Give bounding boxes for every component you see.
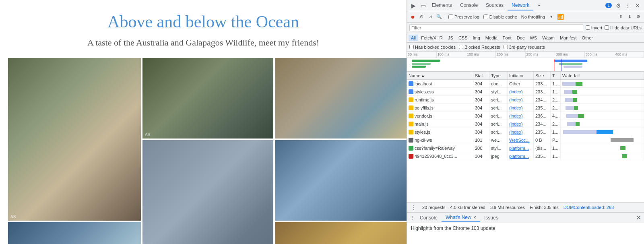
request-icon: [409, 122, 413, 126]
col-header-type[interactable]: Type: [489, 72, 508, 79]
wf-receiving: [572, 90, 577, 94]
type-filter-js[interactable]: JS: [446, 35, 456, 41]
table-row[interactable]: ng-cli-ws 101 we... WebSoc... 0 B P...: [407, 136, 644, 144]
tab-console[interactable]: Console: [456, 1, 482, 10]
third-party-requests-checkbox[interactable]: [504, 45, 508, 49]
tab-console-bottom[interactable]: Console: [416, 214, 442, 222]
blocked-requests-label[interactable]: Blocked Requests: [459, 45, 500, 50]
has-blocked-cookies-label[interactable]: Has blocked cookies: [409, 45, 456, 50]
cell-size: 235...: [534, 152, 551, 160]
type-filter-img[interactable]: Img: [471, 35, 483, 41]
export-icon[interactable]: ⬇: [625, 13, 634, 21]
type-filter-media[interactable]: Media: [483, 35, 500, 41]
hide-data-urls-checkbox[interactable]: [605, 25, 609, 30]
cell-size: 234...: [534, 120, 551, 128]
wf-waiting: [567, 122, 576, 126]
tick-300ms: 300 ms: [555, 52, 585, 58]
close-devtools-icon[interactable]: ✕: [633, 1, 642, 10]
device-toolbar-icon[interactable]: ▭: [418, 1, 428, 10]
whats-new-close-icon[interactable]: ×: [473, 215, 476, 220]
type-filter-ws[interactable]: WS: [527, 35, 539, 41]
photo-sunset: [275, 222, 407, 244]
tick-250ms: 250 ms: [526, 52, 555, 58]
cell-type: scri...: [489, 128, 508, 136]
tick-150ms: 150 ms: [466, 52, 496, 58]
table-row[interactable]: vendor.js 304 scri... (index) 236... 4..…: [407, 112, 644, 120]
import-icon[interactable]: ⬆: [617, 13, 625, 21]
search-icon[interactable]: 🔍: [435, 13, 443, 21]
filter-input[interactable]: [409, 24, 583, 31]
tab-whats-new[interactable]: What's New ×: [442, 213, 480, 222]
tab-more[interactable]: »: [533, 1, 544, 10]
table-row[interactable]: 49412593648_8cc3... 304 jpeg platform...…: [407, 152, 644, 160]
wifi-icon[interactable]: 📶: [556, 13, 564, 21]
col-header-status[interactable]: Stat.: [473, 72, 489, 79]
record-button[interactable]: ⏺: [409, 13, 417, 21]
preserve-log-checkbox[interactable]: [448, 14, 453, 19]
invert-filter-label[interactable]: Invert: [586, 25, 603, 30]
has-blocked-cookies-checkbox[interactable]: [409, 45, 414, 49]
table-row[interactable]: localhost 304 doc... Other 233... 1...: [407, 80, 644, 88]
status-dot[interactable]: ⋮: [410, 204, 417, 211]
cell-size: (dis...: [534, 144, 551, 152]
resources-size: 3.9 MB resources: [490, 205, 525, 210]
table-row[interactable]: runtime.js 304 scri... (index) 234... 2.…: [407, 96, 644, 104]
tl-bar-3: [412, 66, 426, 68]
table-row[interactable]: polyfills.js 304 scri... (index) 235... …: [407, 104, 644, 112]
third-party-requests-label[interactable]: 3rd-party requests: [504, 45, 545, 50]
cell-type: jpeg: [489, 152, 508, 160]
table-row[interactable]: styles.js 304 scri... (index) 235... 1..…: [407, 128, 644, 136]
disable-cache-checkbox[interactable]: [483, 14, 488, 19]
tab-elements[interactable]: Elements: [428, 1, 456, 10]
tl-blue-line: [561, 59, 561, 71]
cell-name: runtime.js: [407, 96, 473, 103]
stop-recording-icon[interactable]: ⊘: [417, 13, 425, 21]
invert-checkbox[interactable]: [586, 25, 590, 30]
throttling-dropdown-icon[interactable]: ▾: [547, 13, 555, 21]
tick-350ms: 350 ms: [585, 52, 615, 58]
bottom-menu-icon[interactable]: ⋮: [409, 214, 416, 221]
table-row[interactable]: styles.css 304 styl... (index) 233... 1.…: [407, 88, 644, 96]
type-filter-doc[interactable]: Doc: [514, 35, 527, 41]
photo-manta: 🏄: [8, 222, 141, 244]
col-header-name[interactable]: Name ▲: [407, 72, 473, 79]
inspect-element-icon[interactable]: ▶: [409, 1, 418, 10]
type-filter-css[interactable]: CSS: [456, 35, 470, 41]
bottom-close-icon[interactable]: ✕: [634, 214, 642, 222]
tab-sources[interactable]: Sources: [482, 1, 508, 10]
hide-data-urls-label[interactable]: Hide data URLs: [605, 25, 642, 30]
type-filter-all[interactable]: All: [409, 35, 418, 41]
tab-issues[interactable]: Issues: [480, 214, 502, 222]
type-filter-wasm[interactable]: Wasm: [540, 35, 557, 41]
tab-network[interactable]: Network: [508, 1, 533, 10]
request-table[interactable]: Name ▲ Stat. Type Initiator Size T. Wate…: [407, 72, 644, 202]
cell-initiator: Other: [508, 80, 534, 87]
col-header-waterfall[interactable]: Waterfall: [561, 72, 644, 79]
cell-waterfall: [561, 136, 644, 144]
filter-row: Invert Hide data URLs: [407, 23, 644, 33]
cell-waterfall: [561, 112, 644, 120]
blocked-requests-checkbox[interactable]: [459, 45, 463, 49]
table-row[interactable]: main.js 304 scri... (index) 234... 2...: [407, 120, 644, 128]
more-options-icon[interactable]: ⋮: [623, 1, 633, 10]
col-header-time[interactable]: T.: [551, 72, 561, 79]
cell-status: 304: [473, 96, 489, 103]
preserve-log-label[interactable]: Preserve log: [447, 14, 481, 19]
cell-time: 2...: [551, 104, 561, 112]
disable-cache-label[interactable]: Disable cache: [482, 14, 519, 19]
no-throttling-text[interactable]: No throttling: [520, 14, 547, 19]
wf-waiting: [565, 98, 573, 102]
tl-bar-1: [412, 60, 440, 62]
network-settings-icon[interactable]: ⚙: [634, 13, 642, 21]
type-filter-manifest[interactable]: Manifest: [557, 35, 579, 41]
cell-name: 49412593648_8cc3...: [407, 152, 473, 160]
type-filter-other[interactable]: Other: [579, 35, 595, 41]
col-header-size[interactable]: Size: [534, 72, 551, 79]
filter-icon[interactable]: ⊿: [426, 13, 434, 21]
settings-icon[interactable]: ⚙: [613, 1, 623, 10]
table-row[interactable]: css?family=Raleway 200 styl... platform.…: [407, 144, 644, 152]
type-filter-font[interactable]: Font: [500, 35, 514, 41]
col-header-initiator[interactable]: Initiator: [508, 72, 534, 79]
cell-type: styl...: [489, 88, 508, 95]
type-filter-fetch-xhr[interactable]: Fetch/XHR: [419, 35, 445, 41]
